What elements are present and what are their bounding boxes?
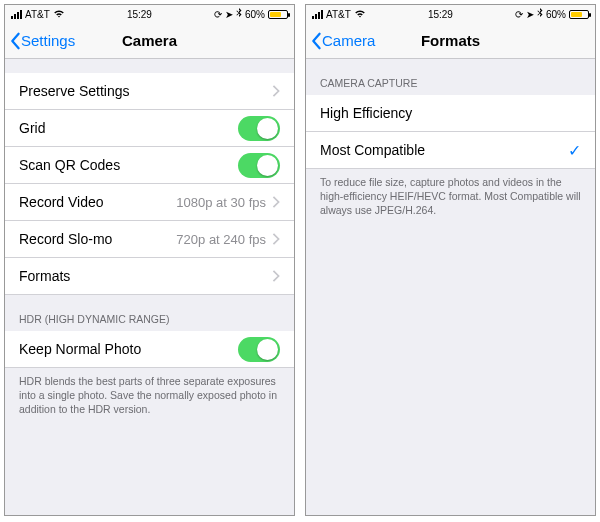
chevron-right-icon [272, 85, 280, 97]
grid-row[interactable]: Grid [5, 110, 294, 147]
battery-pct: 60% [245, 9, 265, 20]
formats-row[interactable]: Formats [5, 258, 294, 295]
most-compatible-row[interactable]: Most Compatible ✓ [306, 132, 595, 169]
status-bar: AT&T 15:29 ⟳ ➤ 60% [306, 5, 595, 23]
orientation-lock-icon: ⟳ [214, 9, 222, 20]
row-label: Formats [19, 268, 272, 284]
chevron-right-icon [272, 233, 280, 245]
clock: 15:29 [428, 9, 453, 20]
back-label: Camera [322, 32, 375, 49]
clock: 15:29 [127, 9, 152, 20]
hdr-section-footer: HDR blends the best parts of three separ… [5, 368, 294, 421]
record-slomo-row[interactable]: Record Slo-mo 720p at 240 fps [5, 221, 294, 258]
row-label: Keep Normal Photo [19, 341, 238, 357]
battery-icon [569, 10, 589, 19]
formats-footer: To reduce file size, capture photos and … [306, 169, 595, 222]
row-label: High Efficiency [320, 105, 581, 121]
preserve-settings-row[interactable]: Preserve Settings [5, 73, 294, 110]
status-bar: AT&T 15:29 ⟳ ➤ 60% [5, 5, 294, 23]
back-button[interactable]: Settings [5, 32, 75, 50]
chevron-right-icon [272, 270, 280, 282]
row-label: Grid [19, 120, 238, 136]
chevron-left-icon [9, 32, 21, 50]
high-efficiency-row[interactable]: High Efficiency [306, 95, 595, 132]
camera-capture-header: CAMERA CAPTURE [306, 59, 595, 95]
hdr-section-header: HDR (HIGH DYNAMIC RANGE) [5, 295, 294, 331]
carrier-label: AT&T [326, 9, 351, 20]
row-label: Record Slo-mo [19, 231, 176, 247]
row-label: Scan QR Codes [19, 157, 238, 173]
battery-pct: 60% [546, 9, 566, 20]
formats-screen: AT&T 15:29 ⟳ ➤ 60% Camera Formats CAMERA… [305, 4, 596, 516]
scan-qr-row[interactable]: Scan QR Codes [5, 147, 294, 184]
grid-switch[interactable] [238, 116, 280, 141]
content: CAMERA CAPTURE High Efficiency Most Comp… [306, 59, 595, 515]
carrier-label: AT&T [25, 9, 50, 20]
signal-icon [312, 10, 323, 19]
keep-normal-switch[interactable] [238, 337, 280, 362]
location-icon: ➤ [225, 9, 233, 20]
nav-bar: Camera Formats [306, 23, 595, 59]
row-label: Most Compatible [320, 142, 568, 158]
bluetooth-icon [537, 8, 543, 20]
keep-normal-photo-row[interactable]: Keep Normal Photo [5, 331, 294, 368]
location-icon: ➤ [526, 9, 534, 20]
wifi-icon [354, 9, 366, 20]
bluetooth-icon [236, 8, 242, 20]
check-icon: ✓ [568, 141, 581, 160]
orientation-lock-icon: ⟳ [515, 9, 523, 20]
wifi-icon [53, 9, 65, 20]
row-label: Preserve Settings [19, 83, 272, 99]
back-label: Settings [21, 32, 75, 49]
chevron-left-icon [310, 32, 322, 50]
signal-icon [11, 10, 22, 19]
camera-settings-screen: AT&T 15:29 ⟳ ➤ 60% Settings Camera Prese… [4, 4, 295, 516]
scan-qr-switch[interactable] [238, 153, 280, 178]
row-label: Record Video [19, 194, 176, 210]
record-video-row[interactable]: Record Video 1080p at 30 fps [5, 184, 294, 221]
row-detail: 1080p at 30 fps [176, 195, 266, 210]
row-detail: 720p at 240 fps [176, 232, 266, 247]
battery-icon [268, 10, 288, 19]
chevron-right-icon [272, 196, 280, 208]
nav-bar: Settings Camera [5, 23, 294, 59]
content: Preserve Settings Grid Scan QR Codes Rec… [5, 59, 294, 515]
back-button[interactable]: Camera [306, 32, 375, 50]
